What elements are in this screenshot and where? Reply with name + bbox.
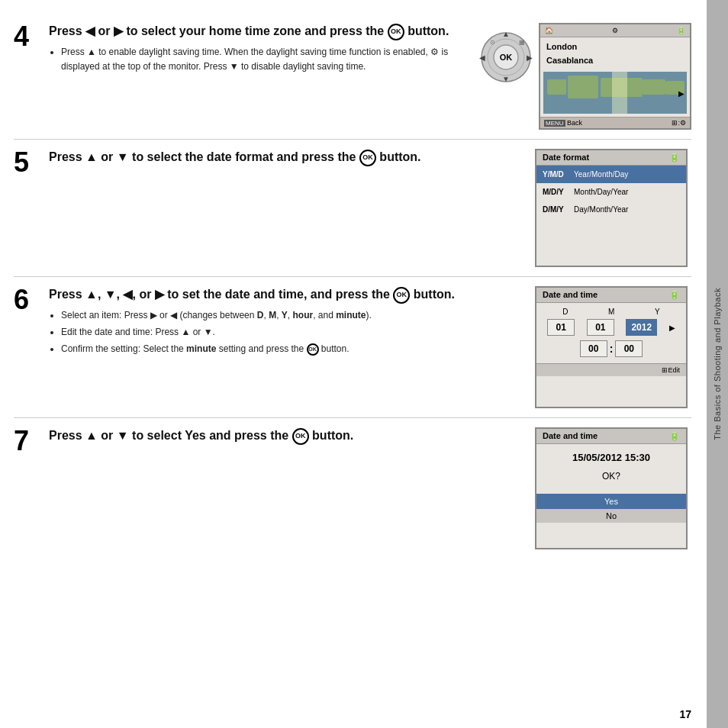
df-header: Date format 🔋 <box>536 150 686 166</box>
df-label-mdy: Month/Day/Year <box>574 186 628 198</box>
ok-badge-5: OK <box>359 150 376 166</box>
dt-time-row: 00 : 00 <box>536 337 686 360</box>
cf-ok-text: OK? <box>536 468 686 485</box>
df-code-mdy: M/D/Y <box>543 186 569 198</box>
dt-title: Date and time <box>543 290 598 300</box>
step-4-image: OK ▲ ▼ ◀ ▶ ⊙ ▦ <box>479 23 691 130</box>
dt-header: Date and time 🔋 <box>536 288 686 303</box>
svg-text:◀: ◀ <box>479 53 485 62</box>
svg-text:▲: ▲ <box>502 31 510 38</box>
sidebar: The Basics of Shooting and Playback <box>707 0 728 728</box>
step-6-number: 6 <box>14 286 37 314</box>
dt-labels: D M Y <box>536 303 686 317</box>
df-title: Date format <box>543 153 589 163</box>
svg-text:▼: ▼ <box>502 75 510 83</box>
tz-city-1: London <box>546 40 684 54</box>
dt-minute: 00 <box>615 340 643 357</box>
tz-header: 🏠 ⚙ 🔋 <box>540 24 690 37</box>
step-6-bullet-1: Select an item: Press ▶ or ◀ (changes be… <box>61 308 519 323</box>
step-7-heading: Press ▲ or ▼ to select Yes and press the… <box>49 427 519 445</box>
datetime-screen: Date and time 🔋 D M Y 01 01 2012 ▶ 00 : <box>535 286 688 408</box>
cf-yes: Yes <box>536 494 686 509</box>
dt-month: 01 <box>587 319 614 336</box>
step-6-heading: Press ▲, ▼, ◀, or ▶ to set the date and … <box>49 286 519 304</box>
map-land-4 <box>643 79 665 95</box>
tz-city-2: Casablanca <box>546 54 684 68</box>
dt-label-d: D <box>562 308 568 316</box>
cf-no: No <box>536 509 686 523</box>
df-label-dmy: Day/Month/Year <box>574 204 628 215</box>
dateformat-screen: Date format 🔋 Y/M/D Year/Month/Day M/D/Y… <box>535 149 688 267</box>
step-6-bullet-2: Edit the date and time: Press ▲ or ▼. <box>61 325 519 340</box>
ok-dial-4: OK ▲ ▼ ◀ ▶ ⊙ ▦ <box>479 31 533 84</box>
dt-hour: 00 <box>580 340 607 357</box>
tz-map-arrow: ▶ <box>678 89 685 97</box>
confirm-screen: Date and time 🔋 15/05/2012 15:30 OK? Yes… <box>535 427 688 549</box>
step-6-bullet-3: Confirm the setting: Select the minute s… <box>61 342 519 356</box>
ok-badge-4: OK <box>388 24 404 40</box>
step-7-image: Date and time 🔋 15/05/2012 15:30 OK? Yes… <box>531 427 691 549</box>
tz-sun-icon: ⚙ <box>612 27 618 34</box>
tz-cities: London Casablanca <box>540 37 690 70</box>
step-4-bullet-1: Press ▲ to enable daylight saving time. … <box>61 45 467 74</box>
df-row-ymd: Y/M/D Year/Month/Day <box>536 166 686 183</box>
df-battery: 🔋 <box>669 153 680 163</box>
step-4-number: 4 <box>14 23 37 50</box>
sidebar-label: The Basics of Shooting and Playback <box>713 288 722 440</box>
dt-year: 2012 <box>626 319 657 336</box>
dt-label-y: Y <box>655 308 660 316</box>
df-label-ymd: Year/Month/Day <box>574 169 628 180</box>
ok-badge-7: OK <box>292 428 309 445</box>
dt-sep: : <box>610 343 614 355</box>
step-4-heading: Press ◀ or ▶ to select your home time zo… <box>49 23 467 40</box>
cf-battery: 🔋 <box>669 431 680 441</box>
timezone-screen: 🏠 ⚙ 🔋 London Casablanca ▶ <box>539 23 691 130</box>
step-6-image: Date and time 🔋 D M Y 01 01 2012 ▶ 00 : <box>531 286 691 408</box>
svg-text:⊙: ⊙ <box>490 39 495 46</box>
step-6-bullets: Select an item: Press ▶ or ◀ (changes be… <box>61 308 519 357</box>
tz-footer: MENU Back ⊞:⚙ <box>540 117 690 128</box>
df-row-dmy: D/M/Y Day/Month/Year <box>536 201 686 218</box>
ok-badge-6: OK <box>393 287 410 304</box>
step-4-bullets: Press ▲ to enable daylight saving time. … <box>61 45 467 74</box>
step-4-text: Press ◀ or ▶ to select your home time zo… <box>49 23 467 76</box>
df-code-dmy: D/M/Y <box>543 204 569 215</box>
dt-label-m: M <box>608 308 614 316</box>
tz-menu-back: MENU Back <box>544 119 582 127</box>
step-5-image: Date format 🔋 Y/M/D Year/Month/Day M/D/Y… <box>531 149 691 267</box>
step-7-number: 7 <box>14 427 37 455</box>
dt-day: 01 <box>547 319 575 336</box>
tz-home-icon: 🏠 <box>545 27 553 34</box>
cf-title: Date and time <box>543 431 598 441</box>
step-5-text: Press ▲ or ▼ to select the date format a… <box>49 149 519 171</box>
tz-edit-icon: ⊞:⚙ <box>672 119 686 127</box>
main-content: 4 Press ◀ or ▶ to select your home time … <box>0 0 707 728</box>
dt-values: 01 01 2012 ▶ <box>536 317 686 337</box>
tz-battery-icon: 🔋 <box>677 27 685 34</box>
tz-map: ▶ <box>543 72 687 114</box>
df-row-mdy: M/D/Y Month/Day/Year <box>536 183 686 201</box>
cf-header: Date and time 🔋 <box>536 429 686 444</box>
step-4-row: 4 Press ◀ or ▶ to select your home time … <box>14 14 691 140</box>
cf-datetime: 15/05/2012 15:30 <box>536 444 686 468</box>
svg-text:▶: ▶ <box>527 53 533 62</box>
step-5-row: 5 Press ▲ or ▼ to select the date format… <box>14 140 691 277</box>
svg-text:OK: OK <box>500 53 513 62</box>
step-7-text: Press ▲ or ▼ to select Yes and press the… <box>49 427 519 449</box>
step-7-row: 7 Press ▲ or ▼ to select Yes and press t… <box>14 418 691 559</box>
step-5-heading: Press ▲ or ▼ to select the date format a… <box>49 149 519 166</box>
page-number: 17 <box>679 708 691 720</box>
step-5-number: 5 <box>14 149 37 176</box>
step-6-row: 6 Press ▲, ▼, ◀, or ▶ to set the date an… <box>14 277 691 418</box>
dt-edit-label: ⊞Edit <box>662 366 680 374</box>
map-land-1 <box>547 79 566 95</box>
map-land-2 <box>568 76 598 98</box>
dt-arrow-right: ▶ <box>669 324 675 332</box>
df-code-ymd: Y/M/D <box>543 169 569 180</box>
ok-badge-6b: OK <box>307 343 319 356</box>
svg-text:▦: ▦ <box>519 39 525 46</box>
dt-footer: ⊞Edit <box>536 363 686 376</box>
tz-map-highlight <box>612 72 627 114</box>
step-6-text: Press ▲, ▼, ◀, or ▶ to set the date and … <box>49 286 519 359</box>
dt-battery: 🔋 <box>669 290 680 300</box>
